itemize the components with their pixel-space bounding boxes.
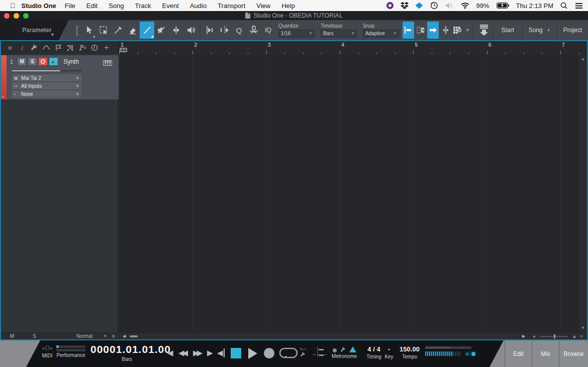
browse-view-button[interactable]: Browse	[559, 340, 588, 367]
previous-bar-button[interactable]: ◀	[167, 348, 173, 357]
input-select[interactable]: ↦ All Inputs ▼	[12, 82, 81, 89]
menu-item[interactable]: Event	[162, 2, 179, 10]
snap-select[interactable]: Adaptive▼	[363, 30, 399, 38]
time-display[interactable]: 00001.01.01.00 Bars	[90, 343, 163, 362]
note-fx-icon[interactable]	[77, 43, 87, 53]
marker-flag-icon[interactable]	[53, 43, 63, 53]
menubar-clock[interactable]: Thu 2:13 PM	[516, 2, 553, 10]
metronome-on-icon[interactable]	[349, 346, 356, 352]
dropbox-icon[interactable]	[401, 2, 409, 9]
scroll-up-icon[interactable]: ▲	[581, 56, 585, 61]
notification-center-icon[interactable]	[575, 3, 583, 9]
track-list-panel[interactable]: ∿ 1 M S ◐ Synth	[1, 54, 119, 332]
edit-view-button[interactable]: Edit	[505, 340, 532, 367]
timing-section[interactable]: 4 / 4 Timing	[363, 345, 385, 359]
blue-diamond-app-icon[interactable]	[416, 3, 423, 9]
parameter-dropdown[interactable]: Parameter ▼	[0, 20, 69, 40]
arrow-tool-button[interactable]	[81, 22, 96, 39]
timeline-ruler[interactable]: 4/4 1234567	[119, 41, 587, 54]
zoom-slider[interactable]	[540, 333, 568, 339]
song-page-button[interactable]: Song▼	[522, 20, 557, 40]
tempo-slider[interactable]	[425, 346, 476, 356]
output-select[interactable]: ▪ None ▼	[12, 90, 81, 97]
macro-bend-right-button[interactable]	[217, 22, 232, 39]
menu-item[interactable]: File	[65, 2, 75, 10]
mix-view-button[interactable]: Mix	[532, 340, 559, 367]
track-color-strip[interactable]: ∿	[1, 55, 7, 99]
track-volume-slider[interactable]	[12, 70, 81, 71]
chevron-down-icon[interactable]: ▼	[103, 333, 107, 339]
track-header-synth[interactable]: ∿ 1 M S ◐ Synth	[1, 55, 119, 99]
split-tool-button[interactable]	[111, 22, 125, 39]
zoom-window-button[interactable]	[23, 13, 29, 19]
track-monitor-button[interactable]: ◐	[49, 57, 58, 66]
instrument-select[interactable]: ▦ Mai Tai 2 ▼	[12, 74, 81, 81]
track-edit-button[interactable]	[415, 22, 427, 39]
time-machine-icon[interactable]	[430, 2, 438, 10]
bend-tool-button[interactable]	[169, 22, 183, 39]
metronome-setup-icon[interactable]	[340, 347, 346, 352]
input-quantize-button[interactable]: IQ	[261, 20, 275, 40]
footer-solo-button[interactable]: S	[33, 333, 36, 339]
automation-icon[interactable]	[41, 43, 51, 53]
window-titlebar[interactable]: Studio One - OBEDIA TUTORIAL	[0, 11, 588, 20]
track-grid-button[interactable]	[452, 22, 464, 39]
start-page-button[interactable]: Start	[493, 20, 522, 40]
menu-item[interactable]: Song	[109, 2, 124, 10]
rewind-button[interactable]: ◀◀	[178, 348, 186, 357]
quantize-select[interactable]: 1/16▼	[278, 30, 315, 38]
next-bar-button[interactable]: ▶	[207, 348, 213, 357]
instrument-keyboard-icon[interactable]	[103, 59, 112, 68]
apple-menu-icon[interactable]: 	[10, 2, 16, 10]
timebase-select[interactable]: Bars▼	[321, 30, 357, 38]
listen-tool-button[interactable]	[183, 22, 198, 39]
vertical-scrollbar[interactable]: ▲ ▼	[579, 54, 587, 332]
loop-button[interactable]	[279, 346, 298, 361]
track-mute-button[interactable]: M	[17, 57, 27, 66]
minimize-window-button[interactable]	[14, 13, 19, 19]
tempo-section[interactable]: 150.00 Tempo	[397, 345, 422, 359]
menu-item[interactable]: View	[256, 2, 270, 10]
wifi-icon[interactable]	[461, 3, 469, 9]
volume-muted-icon[interactable]	[445, 2, 454, 9]
zoom-in-icon[interactable]: ▲	[572, 333, 577, 339]
spotlight-search-icon[interactable]	[560, 2, 568, 10]
menu-item[interactable]: Audio	[190, 2, 207, 10]
stop-button[interactable]	[231, 348, 241, 358]
macro-bend-left-button[interactable]	[203, 22, 217, 39]
menu-app-name[interactable]: Studio One	[22, 2, 56, 10]
menu-item[interactable]: Edit	[86, 2, 97, 10]
precount-options[interactable]: ├▬ ─├▬─	[313, 346, 327, 357]
track-name[interactable]: Synth	[63, 58, 79, 65]
metronome-section[interactable]: Metronome	[327, 346, 362, 359]
eraser-tool-button[interactable]	[125, 22, 140, 39]
zoom-out-icon[interactable]: ▲	[532, 333, 536, 339]
autoscroll-button[interactable]	[403, 22, 414, 39]
project-page-button[interactable]: Project	[557, 20, 588, 40]
close-window-button[interactable]	[4, 13, 10, 19]
menu-item[interactable]: Help	[281, 2, 295, 10]
purple-app-icon[interactable]	[386, 2, 394, 9]
pattern-grid-icon[interactable]	[65, 43, 75, 53]
footer-menu-icon[interactable]: ≡	[112, 333, 115, 339]
tempo-clock-icon[interactable]	[89, 43, 100, 53]
scroll-down-icon[interactable]: ▼	[581, 325, 585, 330]
scroll-right-icon[interactable]: ▶	[522, 333, 525, 339]
horizontal-scroll-handle[interactable]	[130, 333, 138, 339]
track-list-menu-icon[interactable]: ≡	[5, 43, 15, 53]
toolbar-grip[interactable]: [	[69, 20, 82, 40]
quantize-q-button[interactable]: Q	[232, 22, 246, 39]
metronome-dot-icon[interactable]	[333, 348, 337, 352]
zoom-preset-icon[interactable]: ☰	[580, 333, 583, 339]
paint-tool-button-selected[interactable]	[140, 22, 154, 39]
track-height-select[interactable]: Normal	[76, 333, 92, 339]
range-tool-button[interactable]	[96, 22, 111, 39]
wrench-icon[interactable]	[29, 43, 39, 53]
track-record-arm-button[interactable]	[38, 57, 48, 66]
performance-meter[interactable]: Performance	[56, 344, 85, 358]
inspector-icon[interactable]: i	[17, 43, 27, 53]
arrange-area[interactable]: ▲ ▼	[119, 54, 587, 332]
key-section[interactable]: - Key	[383, 345, 395, 359]
record-button[interactable]	[264, 348, 274, 358]
footer-mute-button[interactable]: M	[10, 333, 14, 339]
